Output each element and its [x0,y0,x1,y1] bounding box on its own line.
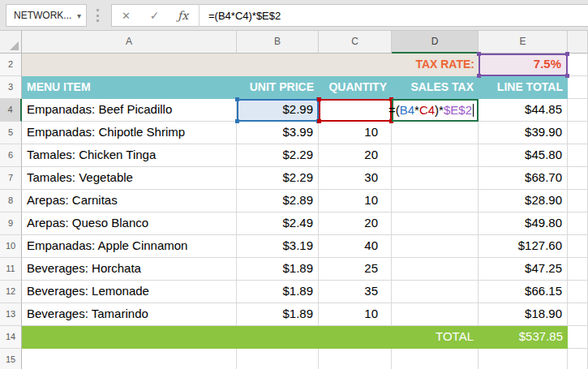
cell-e3-header[interactable]: LINE TOTAL [479,76,568,99]
select-all-corner[interactable] [0,31,22,54]
row-header-6[interactable]: 6 [0,144,22,167]
cell-e13[interactable]: $18.90 [479,303,568,326]
cell-f12[interactable] [568,281,588,303]
cell-c7[interactable]: 30 [319,167,392,190]
cell-b12[interactable]: $1.89 [237,281,319,303]
column-header-b[interactable]: B [237,31,319,54]
cell-c2[interactable] [319,54,392,76]
cell-d3-header[interactable]: SALES TAX [392,76,479,99]
cell-c11[interactable]: 25 [319,258,392,281]
cell-e4[interactable]: $44.85 [479,99,568,122]
cell-d7[interactable] [392,167,479,190]
cell-f2[interactable] [568,54,588,76]
row-header-9[interactable]: 9 [0,212,22,235]
cell-a5[interactable]: Empanadas: Chipotle Shrimp [22,122,237,144]
cell-b2[interactable] [237,54,319,76]
cell-a10[interactable]: Empanadas: Apple Cinnamon [22,235,237,258]
cell-b3-header[interactable]: UNIT PRICE [237,76,319,99]
cell-e2-tax-rate-value[interactable]: 7.5% [479,54,568,76]
cell-c9[interactable]: 20 [319,212,392,235]
cell-a4[interactable]: Empanadas: Beef Picadillo [22,99,237,122]
cell-f11[interactable] [568,258,588,281]
cell-d14-total-label[interactable]: TOTAL [392,326,479,349]
cell-d12[interactable] [392,281,479,303]
cell-f14[interactable] [568,326,588,349]
row-header-2[interactable]: 2 [0,54,22,76]
cell-e7[interactable]: $68.70 [479,167,568,190]
cell-d6[interactable] [392,144,479,167]
cell-f10[interactable] [568,235,588,258]
cell-f13[interactable] [568,303,588,326]
column-header-e[interactable]: E [479,31,568,54]
cell-b14[interactable] [237,326,319,349]
cell-c14[interactable] [319,326,392,349]
cell-b6[interactable]: $2.29 [237,144,319,167]
cell-d11[interactable] [392,258,479,281]
cell-e5[interactable]: $39.90 [479,122,568,144]
cell-b4[interactable]: $2.99 [237,99,319,122]
cell-c12[interactable]: 35 [319,281,392,303]
cell-c3-header[interactable]: QUANTITY [319,76,392,99]
cell-f3[interactable] [568,76,588,99]
row-header-5[interactable]: 5 [0,122,22,144]
row-header-4[interactable]: 4 [0,99,22,122]
cell-e14-total-value[interactable]: $537.85 [479,326,568,349]
row-header-8[interactable]: 8 [0,190,22,212]
cell-a8[interactable]: Arepas: Carnitas [22,190,237,212]
cell-d13[interactable] [392,303,479,326]
cell-a11[interactable]: Beverages: Horchata [22,258,237,281]
cell-c6[interactable]: 20 [319,144,392,167]
enter-icon[interactable]: ✓ [140,9,169,22]
name-box[interactable]: NETWORK... ▾ [6,4,87,27]
cell-d9[interactable] [392,212,479,235]
cell-a13[interactable]: Beverages: Tamarindo [22,303,237,326]
formula-input[interactable]: =(B4*C4)*$E$2 [200,10,588,22]
cell-d5[interactable] [392,122,479,144]
cell-b9[interactable]: $2.49 [237,212,319,235]
cell-c10[interactable]: 40 [319,235,392,258]
cell-f8[interactable] [568,190,588,212]
cell-f9[interactable] [568,212,588,235]
cell-f7[interactable] [568,167,588,190]
cell-b5[interactable]: $3.99 [237,122,319,144]
cell-b10[interactable]: $3.19 [237,235,319,258]
insert-function-icon[interactable]: ƒx [169,9,197,22]
column-header-f[interactable] [568,31,588,54]
cell-c5[interactable]: 10 [319,122,392,144]
cell-a14[interactable] [22,326,237,349]
row-header-7[interactable]: 7 [0,167,22,190]
row-header-13[interactable]: 13 [0,303,22,326]
cell-c15[interactable] [319,349,392,369]
cell-f5[interactable] [568,122,588,144]
cell-b13[interactable]: $1.89 [237,303,319,326]
cell-e8[interactable]: $28.90 [479,190,568,212]
cell-formula-editor[interactable]: =(B4*C4)*$E$2 [323,100,474,121]
cell-e15[interactable] [479,349,568,369]
column-header-c[interactable]: C [319,31,392,54]
cell-d8[interactable] [392,190,479,212]
cell-d10[interactable] [392,235,479,258]
cell-b7[interactable]: $2.29 [237,167,319,190]
cell-a2[interactable] [22,54,237,76]
cell-a15[interactable] [22,349,237,369]
row-header-15[interactable]: 15 [0,349,22,369]
cell-e6[interactable]: $45.80 [479,144,568,167]
cell-e11[interactable]: $47.25 [479,258,568,281]
chevron-down-icon[interactable]: ▾ [77,11,81,20]
cell-d2-tax-rate-label[interactable]: TAX RATE: [392,54,479,76]
cell-b15[interactable] [237,349,319,369]
row-header-3[interactable]: 3 [0,76,22,99]
row-header-12[interactable]: 12 [0,281,22,303]
cell-f6[interactable] [568,144,588,167]
cell-b8[interactable]: $2.89 [237,190,319,212]
column-header-d[interactable]: D [392,31,479,54]
cell-d15[interactable] [392,349,479,369]
cell-a12[interactable]: Beverages: Lemonade [22,281,237,303]
cell-f4[interactable] [568,99,588,122]
cancel-icon[interactable]: ✕ [112,10,140,22]
cell-c8[interactable]: 10 [319,190,392,212]
row-header-11[interactable]: 11 [0,258,22,281]
cell-c13[interactable]: 10 [319,303,392,326]
cell-a7[interactable]: Tamales: Vegetable [22,167,237,190]
cell-a6[interactable]: Tamales: Chicken Tinga [22,144,237,167]
